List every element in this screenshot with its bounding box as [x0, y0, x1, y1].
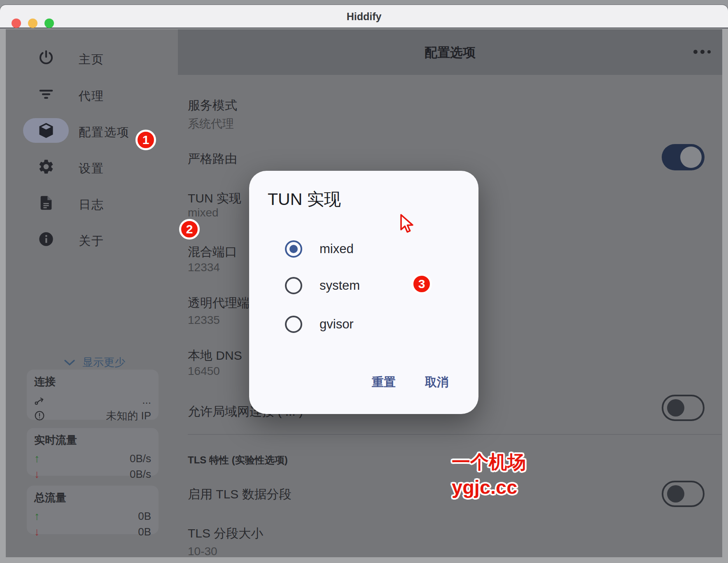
strict-route-label[interactable]: 严格路由: [188, 151, 237, 168]
upload-speed: 0B/s: [130, 452, 151, 465]
service-mode-label[interactable]: 服务模式: [188, 97, 237, 114]
total-traffic-title: 总流量: [34, 491, 151, 505]
download-speed: 0B/s: [130, 468, 151, 481]
window-title: Hiddify: [0, 11, 728, 23]
tls-fragment-size-value: 10-30: [188, 545, 217, 557]
upload-arrow-icon: ↑: [34, 510, 40, 523]
radio-selected-icon[interactable]: [285, 240, 302, 258]
upload-arrow-icon: ↑: [34, 452, 40, 465]
sidebar-item-settings[interactable]: 设置: [6, 156, 178, 182]
connection-title: 连接: [34, 375, 151, 389]
radio-option-gvisor[interactable]: gvisor: [285, 316, 354, 333]
cancel-button[interactable]: 取消: [421, 372, 453, 393]
live-traffic-card: 实时流量 ↑ 0B/s ↓ 0B/s: [27, 428, 159, 476]
tun-implementation-label[interactable]: TUN 实现: [188, 190, 241, 207]
sidebar-item-label: 代理: [79, 88, 104, 105]
sidebar-item-about[interactable]: 关于: [6, 228, 178, 254]
local-dns-value: 16450: [188, 365, 220, 378]
titlebar: Hiddify: [0, 5, 728, 28]
radio-unselected-icon[interactable]: [285, 277, 302, 294]
chevron-down-icon: [63, 358, 76, 367]
download-arrow-icon: ↓: [34, 468, 40, 481]
total-upload: 0B: [138, 510, 151, 523]
show-less-label: 显示更少: [82, 355, 125, 370]
section-divider: [188, 434, 721, 435]
power-icon: [37, 49, 55, 67]
tun-implementation-dialog: TUN 实现 mixed system gvisor 重置 取消: [249, 171, 478, 414]
gear-icon: [37, 158, 55, 176]
total-download: 0B: [138, 526, 151, 538]
connection-card: 连接 ... 未知的 I: [27, 370, 159, 420]
show-less-button[interactable]: 显示更少: [63, 355, 125, 370]
ip-value: 未知的 IP: [106, 409, 151, 423]
watermark-line-2: ygjc.cc: [452, 476, 517, 498]
annotation-badge-2: 2: [179, 219, 200, 240]
app-window: Hiddify 主页 代理: [0, 5, 728, 563]
page-title: 配置选项: [178, 44, 722, 61]
tls-fragment-toggle[interactable]: [662, 481, 705, 507]
route-icon: [34, 395, 45, 405]
annotation-badge-1: 1: [135, 130, 156, 150]
app-body: 主页 代理 配置选项: [6, 29, 722, 557]
document-icon: [37, 194, 55, 212]
reset-button[interactable]: 重置: [368, 372, 400, 393]
sidebar-item-proxies[interactable]: 代理: [6, 83, 178, 109]
dialog-title: TUN 实现: [268, 188, 341, 211]
live-traffic-title: 实时流量: [34, 433, 151, 447]
tproxy-port-value: 12335: [188, 314, 220, 327]
alert-circle-icon: [34, 410, 45, 421]
service-mode-value: 系统代理: [188, 116, 234, 132]
mouse-cursor-icon: [399, 214, 417, 236]
radio-option-system[interactable]: system: [285, 277, 360, 294]
radio-unselected-icon[interactable]: [285, 316, 302, 333]
annotation-badge-3: 3: [411, 274, 432, 294]
radio-option-mixed[interactable]: mixed: [285, 240, 354, 258]
mixed-port-value: 12334: [188, 261, 220, 274]
filter-icon: [37, 85, 55, 103]
sidebar-item-label: 设置: [79, 161, 104, 177]
cube-icon: [37, 121, 55, 140]
sidebar-item-home[interactable]: 主页: [6, 47, 178, 73]
sidebar: 主页 代理 配置选项: [6, 29, 178, 557]
local-dns-label[interactable]: 本地 DNS: [188, 347, 242, 364]
download-arrow-icon: ↓: [34, 526, 40, 538]
sidebar-item-label: 关于: [79, 233, 104, 249]
mixed-port-label[interactable]: 混合端口: [188, 244, 237, 261]
watermark-line-1: 一个机场: [452, 450, 526, 475]
appbar: 配置选项: [178, 29, 722, 75]
total-traffic-card: 总流量 ↑ 0B ↓ 0B: [27, 486, 159, 534]
tls-section-title: TLS 特性 (实验性选项): [188, 454, 288, 467]
sidebar-item-label: 配置选项: [79, 124, 130, 141]
sidebar-item-label: 主页: [79, 51, 104, 68]
strict-route-toggle[interactable]: [662, 144, 705, 170]
sidebar-item-logs[interactable]: 日志: [6, 192, 178, 218]
info-icon: [37, 230, 55, 248]
tun-implementation-value: mixed: [188, 206, 219, 219]
sidebar-item-label: 日志: [79, 197, 104, 213]
more-menu-button[interactable]: [693, 50, 711, 54]
allow-lan-toggle[interactable]: [662, 395, 705, 421]
route-value: ...: [142, 394, 151, 407]
tls-fragment-size-label[interactable]: TLS 分段大小: [188, 525, 263, 542]
tls-fragment-label[interactable]: 启用 TLS 数据分段: [188, 486, 292, 503]
